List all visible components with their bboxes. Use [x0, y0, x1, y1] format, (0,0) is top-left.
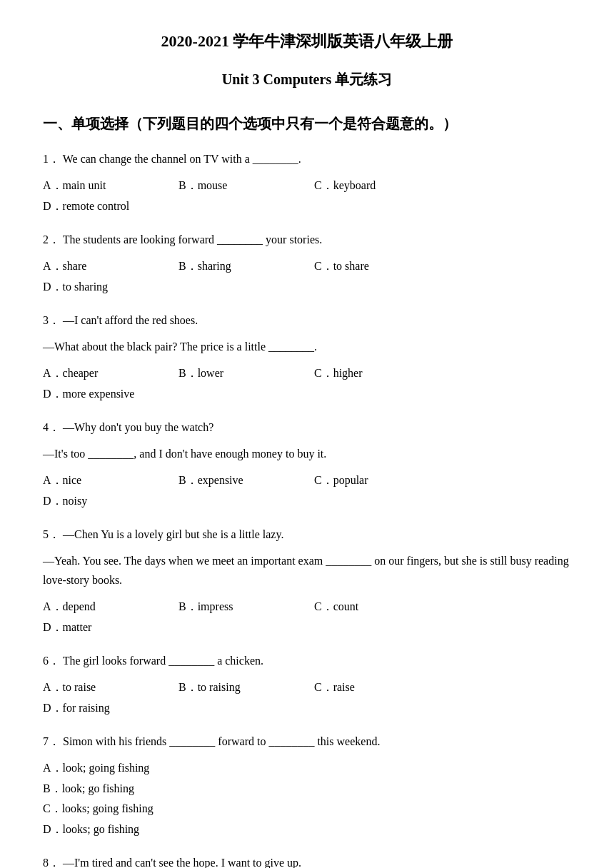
- q7-option-c: C．looks; going fishing: [43, 799, 314, 819]
- question-1: 1． We can change the channel on TV with …: [43, 149, 571, 217]
- q5-option-d: D．matter: [43, 617, 178, 638]
- q2-text: 2． The students are looking forward ____…: [43, 230, 571, 249]
- q7-options: A．look; going fishing B．look; go fishing…: [43, 758, 571, 840]
- q4-option-a: A．nice: [43, 470, 178, 491]
- q1-option-b: B．mouse: [178, 176, 314, 196]
- q4-option-c: C．popular: [314, 470, 450, 491]
- q5-line1: 5． —Chen Yu is a lovely girl but she is …: [43, 525, 571, 544]
- q1-options: A．main unit B．mouse C．keyboard D．remote …: [43, 176, 571, 217]
- q4-option-d: D．noisy: [43, 491, 178, 512]
- q6-option-d: D．for raising: [43, 698, 178, 719]
- q2-option-b: B．sharing: [178, 256, 314, 277]
- q5-option-b: B．impress: [178, 597, 314, 617]
- question-6: 6． The girl looks forward ________ a chi…: [43, 651, 571, 719]
- q4-line1: 4． —Why don't you buy the watch?: [43, 418, 571, 437]
- q4-option-b: B．expensive: [178, 470, 314, 491]
- q1-option-d: D．remote control: [43, 196, 178, 217]
- q3-line2: —What about the black pair? The price is…: [43, 337, 571, 356]
- q3-option-c: C．higher: [314, 363, 450, 384]
- question-7: 7． Simon with his friends ________ forwa…: [43, 732, 571, 840]
- question-4: 4． —Why don't you buy the watch? —It's t…: [43, 418, 571, 512]
- q7-option-b: B．look; go fishing: [43, 779, 314, 799]
- q1-text: 1． We can change the channel on TV with …: [43, 149, 571, 168]
- question-5: 5． —Chen Yu is a lovely girl but she is …: [43, 525, 571, 638]
- question-8: 8． —I'm tired and can't see the hope. I …: [43, 853, 571, 868]
- q7-option-d: D．looks; go fishing: [43, 819, 314, 840]
- q4-line2: —It's too ________, and I don't have eno…: [43, 444, 571, 463]
- main-title: 2020-2021 学年牛津深圳版英语八年级上册: [43, 29, 571, 54]
- q7-option-a: A．look; going fishing: [43, 758, 314, 779]
- section-title: 一、单项选择（下列题目的四个选项中只有一个是符合题意的。）: [43, 112, 571, 135]
- q2-option-c: C．to share: [314, 256, 450, 277]
- q6-option-a: A．to raise: [43, 677, 178, 698]
- q6-option-b: B．to raising: [178, 677, 314, 698]
- q6-option-c: C．raise: [314, 677, 450, 698]
- q3-option-b: B．lower: [178, 363, 314, 384]
- q5-options: A．depend B．impress C．count D．matter: [43, 597, 571, 638]
- question-3: 3． —I can't afford the red shoes. —What …: [43, 311, 571, 405]
- q3-line1: 3． —I can't afford the red shoes.: [43, 311, 571, 330]
- q2-option-d: D．to sharing: [43, 277, 178, 298]
- q6-text: 6． The girl looks forward ________ a chi…: [43, 651, 571, 670]
- sub-title: Unit 3 Computers 单元练习: [43, 68, 571, 91]
- q3-options: A．cheaper B．lower C．higher D．more expens…: [43, 363, 571, 405]
- q1-option-a: A．main unit: [43, 176, 178, 196]
- q5-option-a: A．depend: [43, 597, 178, 617]
- q1-option-c: C．keyboard: [314, 176, 450, 196]
- q6-options: A．to raise B．to raising C．raise D．for ra…: [43, 677, 571, 719]
- q5-line2: —Yeah. You see. The days when we meet an…: [43, 551, 571, 590]
- q3-option-a: A．cheaper: [43, 363, 178, 384]
- q4-options: A．nice B．expensive C．popular D．noisy: [43, 470, 571, 512]
- q2-options: A．share B．sharing C．to share D．to sharin…: [43, 256, 571, 298]
- question-2: 2． The students are looking forward ____…: [43, 230, 571, 298]
- q8-text: 8． —I'm tired and can't see the hope. I …: [43, 853, 571, 868]
- q5-option-c: C．count: [314, 597, 450, 617]
- q3-option-d: D．more expensive: [43, 384, 178, 405]
- q2-option-a: A．share: [43, 256, 178, 277]
- q7-text: 7． Simon with his friends ________ forwa…: [43, 732, 571, 751]
